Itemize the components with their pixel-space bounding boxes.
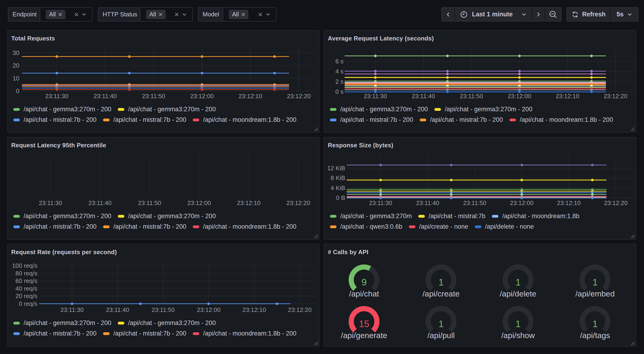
svg-text:23:11:30: 23:11:30 [369, 199, 392, 206]
svg-text:23:12:00: 23:12:00 [197, 306, 220, 313]
svg-text:8 KiB: 8 KiB [331, 174, 345, 181]
svg-text:23:11:30: 23:11:30 [364, 93, 387, 100]
svg-text:23:11:30: 23:11:30 [39, 199, 62, 206]
svg-text:60 req/s: 60 req/s [16, 277, 38, 284]
svg-text:4 KiB: 4 KiB [331, 184, 345, 191]
svg-text:40 req/s: 40 req/s [16, 285, 38, 292]
svg-text:20 req/s: 20 req/s [16, 292, 38, 299]
svg-text:1: 1 [592, 319, 598, 329]
svg-text:/api/show: /api/show [501, 331, 535, 340]
svg-text:23:11:50: 23:11:50 [460, 93, 483, 100]
svg-text:23:12:00: 23:12:00 [508, 93, 531, 100]
svg-text:23:12:00: 23:12:00 [510, 199, 534, 206]
svg-text:23:11:30: 23:11:30 [60, 306, 84, 313]
svg-text:9: 9 [362, 277, 367, 287]
svg-text:23:12:20: 23:12:20 [287, 93, 310, 100]
svg-text:/api/chat: /api/chat [349, 289, 379, 298]
svg-text:80 req/s: 80 req/s [16, 270, 38, 277]
svg-text:23:12:00: 23:12:00 [188, 199, 211, 206]
svg-text:0 B: 0 B [336, 194, 345, 201]
svg-text:0: 0 [16, 88, 20, 95]
svg-text:/api/delete: /api/delete [500, 289, 536, 298]
svg-text:23:12:10: 23:12:10 [242, 306, 266, 313]
svg-text:0 s: 0 s [335, 88, 344, 95]
svg-text:4 s: 4 s [335, 68, 344, 75]
svg-text:/api/generate: /api/generate [341, 331, 388, 340]
svg-text:6 s: 6 s [335, 58, 344, 65]
svg-text:15: 15 [359, 319, 370, 329]
svg-text:23:12:20: 23:12:20 [288, 306, 312, 313]
svg-text:100 req/s: 100 req/s [12, 262, 38, 269]
svg-text:/api/create: /api/create [422, 289, 460, 298]
svg-text:23:11:50: 23:11:50 [142, 93, 165, 100]
svg-text:23:12:20: 23:12:20 [286, 199, 310, 206]
svg-text:23:11:40: 23:11:40 [106, 306, 129, 313]
svg-text:/api/tags: /api/tags [580, 331, 610, 340]
svg-text:1: 1 [516, 319, 520, 329]
svg-text:2 s: 2 s [335, 78, 344, 85]
svg-text:1: 1 [438, 319, 444, 329]
svg-text:10: 10 [12, 75, 20, 82]
svg-text:/api/pull: /api/pull [428, 331, 455, 340]
svg-text:23:12:20: 23:12:20 [604, 199, 628, 206]
svg-text:23:11:40: 23:11:40 [94, 93, 117, 100]
svg-text:23:12:10: 23:12:10 [557, 199, 581, 206]
svg-text:23:12:00: 23:12:00 [190, 93, 214, 100]
svg-text:23:11:40: 23:11:40 [416, 199, 439, 206]
svg-text:/api/embed: /api/embed [575, 289, 614, 298]
svg-text:23:12:10: 23:12:10 [238, 93, 262, 100]
svg-text:0 req/s: 0 req/s [19, 300, 38, 307]
svg-text:12 KiB: 12 KiB [327, 165, 345, 172]
svg-text:30: 30 [12, 49, 20, 56]
svg-text:20: 20 [12, 62, 20, 69]
svg-text:1: 1 [438, 277, 444, 287]
svg-text:23:12:10: 23:12:10 [556, 93, 579, 100]
svg-text:23:11:50: 23:11:50 [463, 199, 486, 206]
svg-text:23:11:40: 23:11:40 [88, 199, 112, 206]
svg-text:23:11:50: 23:11:50 [152, 306, 174, 313]
svg-text:23:11:40: 23:11:40 [412, 93, 435, 100]
svg-text:23:12:10: 23:12:10 [237, 199, 260, 206]
svg-text:23:12:20: 23:12:20 [604, 93, 627, 100]
svg-text:23:11:50: 23:11:50 [138, 199, 161, 206]
svg-text:23:11:30: 23:11:30 [45, 93, 68, 100]
svg-text:1: 1 [516, 277, 520, 287]
svg-text:1: 1 [592, 277, 598, 287]
